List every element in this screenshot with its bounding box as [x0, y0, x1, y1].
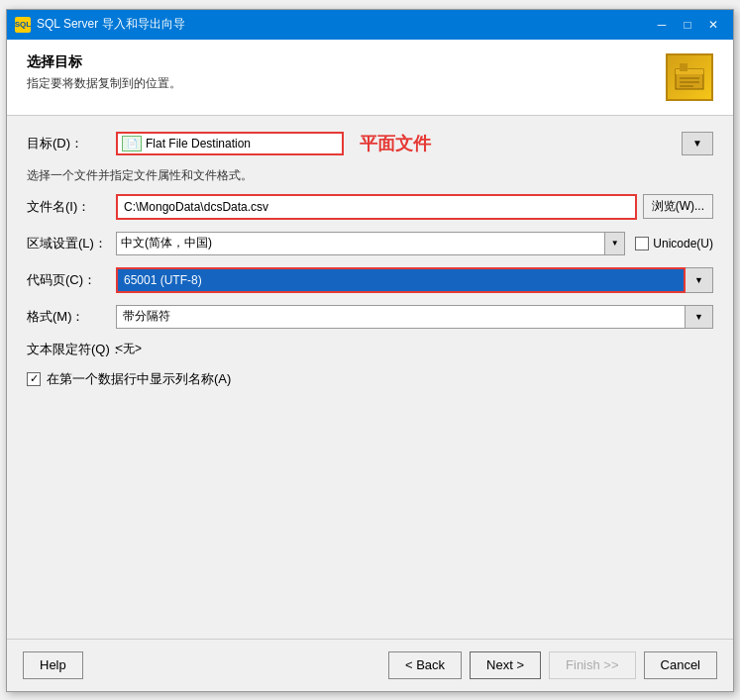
browse-button[interactable]: 浏览(W)...: [643, 194, 713, 219]
content-area: 选择目标 指定要将数据复制到的位置。 目标(D)：: [7, 40, 733, 691]
help-button[interactable]: Help: [23, 651, 83, 679]
destination-box: 📄 Flat File Destination: [116, 132, 344, 155]
destination-row: 目标(D)： 📄 Flat File Destination 平面文件 ▼: [27, 132, 713, 155]
text-qual-label: 文本限定符(Q)：: [27, 341, 116, 358]
file-name-value: C:\MongoData\dcsData.csv: [124, 200, 268, 214]
header-section: 选择目标 指定要将数据复制到的位置。: [7, 40, 733, 116]
destination-dropdown[interactable]: ▼: [682, 132, 713, 155]
cancel-button[interactable]: Cancel: [644, 651, 717, 679]
window-title: SQL Server 导入和导出向导: [37, 16, 650, 33]
locale-arrow[interactable]: ▼: [604, 233, 624, 254]
unicode-check: Unicode(U): [635, 237, 713, 250]
locale-label: 区域设置(L)：: [27, 235, 116, 252]
finish-button: Finish >>: [549, 651, 635, 679]
form-section: 目标(D)： 📄 Flat File Destination 平面文件 ▼ 选择…: [7, 116, 733, 416]
format-arrow[interactable]: ▼: [686, 305, 713, 329]
text-qual-value: <无>: [116, 341, 142, 357]
window-controls: ─ □ ✕: [650, 15, 725, 35]
main-window: SQL SQL Server 导入和导出向导 ─ □ ✕ 选择目标 指定要将数据…: [6, 9, 734, 692]
codepage-select[interactable]: 65001 (UTF-8): [116, 267, 686, 293]
file-name-label: 文件名(I)：: [27, 198, 116, 216]
next-button[interactable]: Next >: [470, 651, 541, 679]
bottom-bar: Help < Back Next > Finish >> Cancel: [7, 640, 733, 691]
app-icon: SQL: [15, 17, 31, 33]
codepage-wrapper: 65001 (UTF-8) ▼: [116, 267, 713, 293]
locale-select[interactable]: 中文(简体，中国) ▼: [116, 232, 625, 255]
unicode-label: Unicode(U): [653, 237, 713, 250]
title-bar: SQL SQL Server 导入和导出向导 ─ □ ✕: [7, 10, 733, 40]
codepage-label: 代码页(C)：: [27, 271, 116, 289]
unicode-checkbox[interactable]: [635, 237, 649, 250]
format-row: 格式(M)： 带分隔符 ▼: [27, 305, 713, 329]
header-text: 选择目标 指定要将数据复制到的位置。: [27, 53, 181, 92]
format-label: 格式(M)：: [27, 308, 116, 326]
svg-rect-2: [680, 63, 687, 71]
codepage-value: 65001 (UTF-8): [124, 273, 202, 287]
locale-value: 中文(简体，中国): [117, 235, 604, 251]
show-columns-label: 在第一个数据行中显示列名称(A): [47, 370, 231, 388]
destination-wrapper: 📄 Flat File Destination 平面文件 ▼: [116, 132, 713, 155]
back-button[interactable]: < Back: [388, 651, 462, 679]
format-select-wrapper: 带分隔符 ▼: [116, 305, 713, 329]
text-qual-row: 文本限定符(Q)： <无>: [27, 341, 713, 358]
show-columns-row: 在第一个数据行中显示列名称(A): [27, 370, 713, 388]
page-heading: 选择目标: [27, 53, 181, 71]
close-button[interactable]: ✕: [701, 15, 725, 35]
file-name-input[interactable]: C:\MongoData\dcsData.csv: [116, 194, 637, 220]
header-icon: [666, 53, 713, 101]
select-file-label: 选择一个文件并指定文件属性和文件格式。: [27, 167, 713, 184]
locale-row: 区域设置(L)： 中文(简体，中国) ▼ Unicode(U): [27, 232, 713, 255]
format-value: 带分隔符: [123, 308, 170, 325]
maximize-button[interactable]: □: [676, 15, 699, 35]
format-select[interactable]: 带分隔符: [116, 305, 686, 329]
destination-chinese-label: 平面文件: [360, 132, 431, 155]
minimize-button[interactable]: ─: [650, 15, 674, 35]
destination-label: 目标(D)：: [27, 135, 116, 152]
codepage-row: 代码页(C)： 65001 (UTF-8) ▼: [27, 267, 713, 293]
page-description: 指定要将数据复制到的位置。: [27, 75, 181, 92]
codepage-arrow[interactable]: ▼: [686, 267, 713, 293]
destination-value: Flat File Destination: [146, 137, 251, 150]
file-name-row: 文件名(I)： C:\MongoData\dcsData.csv 浏览(W)..…: [27, 194, 713, 220]
show-columns-checkbox[interactable]: [27, 372, 41, 386]
dest-icon: 📄: [122, 136, 142, 151]
